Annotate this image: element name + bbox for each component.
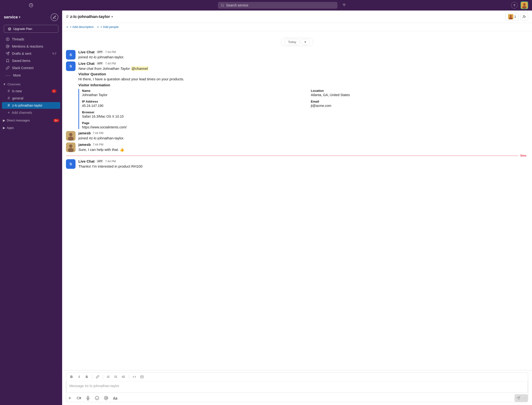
svg-point-13 — [509, 17, 512, 19]
svg-point-41 — [115, 378, 115, 378]
member-count-button[interactable]: 1 — [505, 13, 519, 20]
add-channels-button[interactable]: + Add channels — [2, 109, 60, 116]
input-container: B I S — [66, 372, 528, 402]
field-ip: IP Address 45.24.147.190 — [82, 100, 299, 108]
livechat-avatar-3: S — [66, 159, 75, 169]
svg-point-6 — [523, 3, 526, 6]
channel-header: # z-lc-johnathan-taylor ▾ 1 — [62, 11, 532, 23]
sub-header: + Add description + Add people — [62, 23, 532, 31]
filter-icon[interactable] — [341, 2, 347, 9]
strikethrough-button[interactable]: S — [83, 373, 90, 380]
main-content: # z-lc-johnathan-taylor ▾ 1 + Add descri… — [62, 0, 532, 405]
message-input[interactable]: Message #z-lc-johnathan-taylor — [66, 381, 528, 393]
ip-value: 45.24.147.190 — [82, 104, 299, 108]
send-dropdown-button[interactable] — [522, 394, 528, 402]
channels-collapse-icon: ▼ — [3, 82, 6, 86]
user-avatar[interactable] — [520, 1, 528, 9]
compose-button[interactable] — [51, 14, 58, 21]
message-2-content: Live Chat APP 7:44 PM New chat from John… — [78, 61, 528, 129]
ordered-list-button[interactable] — [105, 373, 112, 380]
mention-button[interactable] — [103, 394, 110, 402]
message-3-header: jamesb 7:44 PM — [78, 131, 528, 135]
drafts-count: ✎7 — [52, 52, 56, 55]
code-button[interactable] — [131, 373, 138, 380]
add-people-icon — [97, 26, 100, 28]
channel-hash-icon: # — [8, 89, 10, 93]
app-badge-2: APP — [97, 62, 103, 65]
channel-item-z-lc-johnathan-taylor[interactable]: # z-lc-johnathan-taylor — [2, 102, 60, 109]
italic-button[interactable]: I — [76, 373, 82, 380]
svg-point-39 — [115, 376, 115, 376]
at-icon — [6, 44, 10, 48]
channel-title[interactable]: # z-lc-johnathan-taylor ▾ — [66, 14, 113, 19]
bold-button[interactable]: B — [68, 373, 75, 380]
sidebar-item-connect[interactable]: Slack Connect — [2, 65, 60, 71]
add-person-icon — [522, 15, 526, 19]
sidebar-item-drafts[interactable]: Drafts & sent ✎7 — [2, 50, 60, 57]
page-label: Page — [82, 121, 299, 125]
message-2-header: Live Chat APP 7:44 PM — [78, 61, 528, 66]
svg-point-14 — [523, 15, 524, 16]
date-divider: Today ▾ — [62, 38, 532, 46]
topbar-center: Search service — [62, 2, 503, 9]
add-member-button[interactable] — [520, 13, 528, 20]
pre-mention-text: New chat from Johnathan Taylor — [78, 67, 131, 71]
apps-section: ▶ Apps — [0, 125, 62, 131]
add-description-link[interactable]: + Add description — [66, 25, 94, 29]
blockquote-button[interactable] — [120, 373, 127, 380]
lc-new-badge: 1 — [52, 89, 56, 93]
message-1: S Live Chat APP 7:44 PM joined #z-lc-joh… — [62, 49, 532, 61]
video-button[interactable] — [75, 394, 82, 402]
sidebar-item-threads[interactable]: Threads — [2, 36, 60, 43]
channel-item-general[interactable]: # general — [2, 95, 60, 101]
upgrade-plan-button[interactable]: Upgrade Plan — [4, 25, 58, 33]
channels-section-header[interactable]: ▼ Channels — [0, 81, 62, 88]
format-button[interactable]: Aa — [112, 394, 119, 402]
svg-point-54 — [105, 397, 107, 399]
livechat-avatar: S — [66, 50, 75, 60]
topbar-left — [0, 2, 62, 9]
channel-hash-icon: # — [8, 96, 10, 101]
threads-icon — [6, 37, 10, 41]
location-label: Location — [311, 89, 528, 93]
visitor-question: Visitor Question Hi there, I have a ques… — [78, 72, 528, 81]
help-icon[interactable]: ? — [511, 2, 518, 9]
emoji-button[interactable] — [93, 394, 101, 402]
message-3-content: jamesb 7:44 PM joined #z-lc-johnathan-ta… — [78, 131, 528, 141]
email-value: jt@acme.com — [311, 104, 528, 108]
sidebar-item-more[interactable]: ··· More — [2, 72, 60, 79]
workspace-name[interactable]: service ▾ — [4, 15, 20, 20]
code-block-button[interactable] — [139, 373, 145, 380]
visitor-info: Visitor Information Name Johnathan Taylo… — [78, 83, 528, 129]
message-4: jamesb 7:44 PM Sure, I can help with tha… — [62, 142, 532, 153]
unordered-list-button[interactable] — [113, 373, 119, 380]
sidebar-item-saved[interactable]: Saved items — [2, 57, 60, 64]
link-button[interactable] — [94, 373, 101, 380]
search-icon — [221, 4, 224, 7]
location-value: Atlanta, GA, United States — [311, 93, 528, 97]
attach-button[interactable] — [66, 394, 73, 402]
channel-item-lc-new[interactable]: # lc-new 1 — [2, 88, 60, 94]
date-divider-label[interactable]: Today ▾ — [281, 38, 313, 46]
direct-messages-header[interactable]: ▶ Direct messages — [3, 119, 30, 122]
date-caret: ▾ — [301, 39, 310, 45]
search-bar[interactable]: Search service — [218, 2, 338, 9]
add-people-link[interactable]: + Add people — [97, 25, 119, 29]
svg-point-29 — [69, 144, 73, 148]
dm-section-header: ▶ Direct messages 9+ — [0, 117, 62, 124]
add-description-icon — [66, 26, 69, 28]
more-dots: ··· — [6, 73, 11, 77]
sidebar-item-mentions[interactable]: Mentions & reactions — [2, 43, 60, 50]
jamesb-avatar-2 — [66, 142, 75, 152]
name-label: Name — [82, 89, 299, 93]
message-1-text: joined #z-lc-johnathan-taylor. — [78, 54, 528, 60]
svg-text:S: S — [70, 53, 72, 57]
svg-point-7 — [522, 6, 526, 9]
topbar-right: ? — [503, 1, 532, 9]
audio-button[interactable] — [84, 394, 92, 402]
history-icon[interactable] — [28, 2, 34, 9]
input-toolbar: B I S — [66, 372, 528, 381]
send-button[interactable] — [515, 394, 522, 402]
apps-header[interactable]: ▶ Apps — [3, 126, 14, 130]
message-4-text: Sure, I can help with that. 👍 — [78, 147, 528, 152]
